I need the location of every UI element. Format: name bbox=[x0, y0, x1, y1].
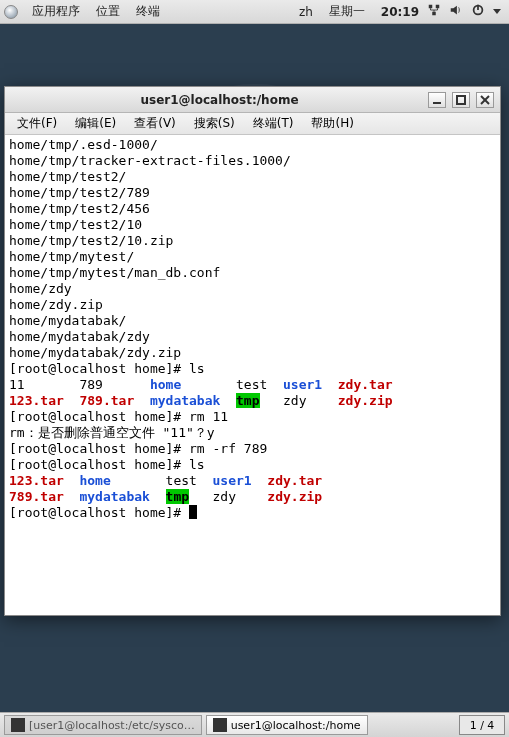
ls-entry-dir: user1 bbox=[283, 377, 322, 392]
output-line: home/tmp/mytest/ bbox=[9, 249, 134, 264]
ls-entry-archive: zdy.tar bbox=[338, 377, 393, 392]
system-tray bbox=[427, 3, 505, 20]
taskbar-item-terminal-2[interactable]: user1@localhost:/home bbox=[206, 715, 368, 735]
ls-entry: 789 bbox=[79, 377, 102, 392]
power-icon[interactable] bbox=[471, 3, 485, 20]
terminal-icon bbox=[213, 718, 227, 732]
input-method-indicator[interactable]: zh bbox=[291, 5, 321, 19]
ls-entry-archive: zdy.zip bbox=[338, 393, 393, 408]
output-line: rm：是否删除普通空文件 "11"？y bbox=[9, 425, 215, 440]
terminal-icon bbox=[11, 718, 25, 732]
window-close-button[interactable] bbox=[476, 92, 494, 108]
output-line: home/mydatabak/zdy bbox=[9, 329, 150, 344]
svg-rect-6 bbox=[457, 96, 465, 104]
network-icon[interactable] bbox=[427, 3, 441, 20]
output-line: home/tmp/tracker-extract-files.1000/ bbox=[9, 153, 291, 168]
terminal-window: user1@localhost:/home 文件(F) 编辑(E) 查看(V) … bbox=[4, 86, 501, 616]
svg-rect-0 bbox=[429, 5, 433, 9]
bottom-panel: [user1@localhost:/etc/sysco… user1@local… bbox=[0, 712, 509, 737]
output-line: home/tmp/test2/10.zip bbox=[9, 233, 173, 248]
svg-rect-2 bbox=[432, 12, 436, 16]
output-line: home/tmp/mytest/man_db.conf bbox=[9, 265, 220, 280]
menu-help[interactable]: 帮助(H) bbox=[303, 113, 361, 134]
clock-weekday[interactable]: 星期一 bbox=[321, 3, 373, 20]
ls-entry-sticky: tmp bbox=[236, 393, 259, 408]
window-title: user1@localhost:/home bbox=[11, 93, 428, 107]
workspace-switcher[interactable]: 1 / 4 bbox=[459, 715, 505, 735]
taskbar-item-label: [user1@localhost:/etc/sysco… bbox=[29, 719, 195, 732]
output-line: home/zdy bbox=[9, 281, 72, 296]
ls-entry: 11 bbox=[9, 377, 25, 392]
ls-entry-dir: mydatabak bbox=[79, 489, 149, 504]
output-line: home/tmp/test2/10 bbox=[9, 217, 142, 232]
user-menu-dropdown-icon[interactable] bbox=[493, 9, 501, 14]
ls-entry-archive: zdy.tar bbox=[267, 473, 322, 488]
ls-entry: test bbox=[236, 377, 267, 392]
prompt-line: [root@localhost home]# bbox=[9, 505, 189, 520]
output-line: home/mydatabak/ bbox=[9, 313, 126, 328]
system-logo-icon bbox=[4, 5, 18, 19]
ls-entry-dir: mydatabak bbox=[150, 393, 220, 408]
taskbar-item-label: user1@localhost:/home bbox=[231, 719, 361, 732]
ls-entry-dir: home bbox=[150, 377, 181, 392]
terminal-menubar: 文件(F) 编辑(E) 查看(V) 搜索(S) 终端(T) 帮助(H) bbox=[5, 113, 500, 135]
prompt-line: [root@localhost home]# rm -rf 789 bbox=[9, 441, 267, 456]
output-line: home/mydatabak/zdy.zip bbox=[9, 345, 181, 360]
window-maximize-button[interactable] bbox=[452, 92, 470, 108]
taskbar-item-terminal-1[interactable]: [user1@localhost:/etc/sysco… bbox=[4, 715, 202, 735]
ls-entry: zdy bbox=[283, 393, 306, 408]
window-titlebar[interactable]: user1@localhost:/home bbox=[5, 87, 500, 113]
terminal-output[interactable]: home/tmp/.esd-1000/ home/tmp/tracker-ext… bbox=[5, 135, 500, 615]
output-line: home/tmp/test2/789 bbox=[9, 185, 150, 200]
svg-rect-1 bbox=[436, 5, 440, 9]
menu-file[interactable]: 文件(F) bbox=[9, 113, 65, 134]
menu-search[interactable]: 搜索(S) bbox=[186, 113, 243, 134]
ls-entry-sticky: tmp bbox=[166, 489, 189, 504]
menu-edit[interactable]: 编辑(E) bbox=[67, 113, 124, 134]
ls-entry: zdy bbox=[213, 489, 236, 504]
ls-entry-archive: 789.tar bbox=[9, 489, 64, 504]
output-line: home/tmp/test2/ bbox=[9, 169, 126, 184]
prompt-line: [root@localhost home]# ls bbox=[9, 457, 205, 472]
clock-time[interactable]: 20:19 bbox=[373, 5, 427, 19]
top-panel: 应用程序 位置 终端 zh 星期一 20:19 bbox=[0, 0, 509, 24]
ls-entry-dir: user1 bbox=[213, 473, 252, 488]
terminal-cursor bbox=[189, 505, 197, 519]
ls-entry-archive: 123.tar bbox=[9, 393, 64, 408]
menu-terminal[interactable]: 终端 bbox=[128, 3, 168, 20]
ls-entry-archive: zdy.zip bbox=[267, 489, 322, 504]
output-line: home/tmp/test2/456 bbox=[9, 201, 150, 216]
prompt-line: [root@localhost home]# rm 11 bbox=[9, 409, 228, 424]
ls-entry-archive: 123.tar bbox=[9, 473, 64, 488]
menu-applications[interactable]: 应用程序 bbox=[24, 3, 88, 20]
menu-terminal-menu[interactable]: 终端(T) bbox=[245, 113, 302, 134]
output-line: home/tmp/.esd-1000/ bbox=[9, 137, 158, 152]
prompt-line: [root@localhost home]# ls bbox=[9, 361, 205, 376]
window-minimize-button[interactable] bbox=[428, 92, 446, 108]
menu-view[interactable]: 查看(V) bbox=[126, 113, 184, 134]
ls-entry-archive: 789.tar bbox=[79, 393, 134, 408]
ls-entry: test bbox=[166, 473, 197, 488]
ls-entry-dir: home bbox=[79, 473, 110, 488]
output-line: home/zdy.zip bbox=[9, 297, 103, 312]
volume-icon[interactable] bbox=[449, 3, 463, 20]
menu-places[interactable]: 位置 bbox=[88, 3, 128, 20]
